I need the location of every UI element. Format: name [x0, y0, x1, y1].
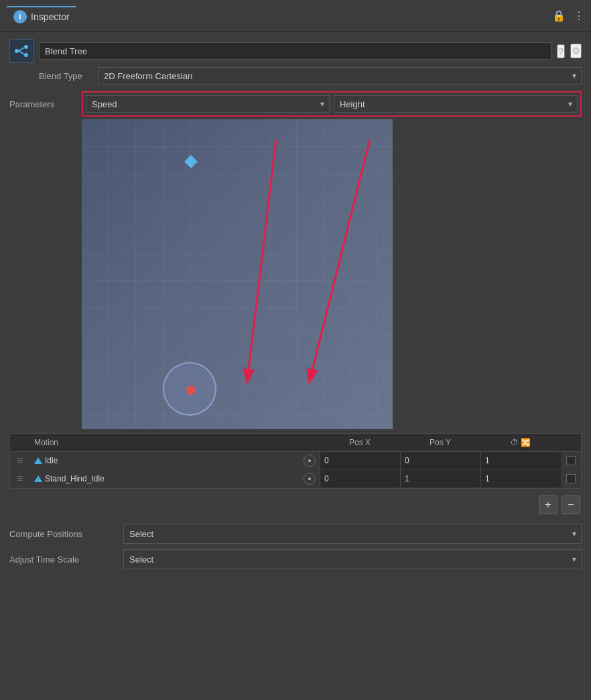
- settings-button[interactable]: ⚙: [570, 44, 582, 58]
- current-point: [186, 386, 196, 395]
- header-posx: Pos X: [320, 436, 400, 449]
- adjust-time-scale-label: Adjust Time Scale: [9, 555, 117, 565]
- header-drag: [10, 436, 30, 449]
- svg-line-4: [19, 51, 24, 54]
- diamond-point: [184, 155, 198, 168]
- pos-x-input-2[interactable]: [320, 470, 400, 487]
- pos-y-input-1[interactable]: [400, 452, 480, 469]
- blend-canvas[interactable]: [82, 119, 393, 429]
- compute-positions-select[interactable]: Select Velocity XZ Speed And Angular Spe…: [123, 524, 582, 544]
- mirror-icon: 🔀: [521, 438, 531, 447]
- table-row: ≡ Stand_Hind_Idle ●: [10, 470, 581, 488]
- motion-name-text-2: Stand_Hind_Idle: [45, 474, 105, 483]
- pos-y-input-2[interactable]: [400, 470, 480, 487]
- blend-type-select-wrapper: 2D Freeform Cartesian 2D Simple Directio…: [98, 67, 582, 84]
- motion-name-1: Idle ●: [30, 452, 320, 469]
- drag-handle-2[interactable]: ≡: [10, 470, 30, 487]
- checkbox-1[interactable]: [566, 456, 576, 465]
- blend-type-label: Blend Type: [39, 71, 92, 81]
- parameters-label: Parameters: [9, 99, 76, 109]
- motion-table-header: Motion Pos X Pos Y ⏱ 🔀: [10, 434, 581, 452]
- blend-tree-row: ? ⚙: [9, 39, 582, 63]
- svg-line-6: [247, 139, 276, 381]
- param2-select[interactable]: Height Speed VelX VelZ: [334, 95, 578, 113]
- weight-input-1[interactable]: [480, 452, 561, 469]
- adjust-time-scale-select[interactable]: Select Homogeneous Speed: [123, 549, 582, 569]
- blend-tree-name-input[interactable]: [39, 42, 551, 60]
- remove-button[interactable]: −: [562, 495, 580, 514]
- compute-positions-row: Compute Positions Select Velocity XZ Spe…: [9, 524, 582, 544]
- header-icons: ⏱ 🔀: [480, 436, 561, 449]
- menu-button[interactable]: ⋮: [574, 9, 584, 22]
- param-dropdowns-container: Speed Height VelX VelZ Height Speed VelX…: [82, 91, 582, 117]
- blend-canvas-container: [9, 119, 582, 429]
- svg-point-1: [24, 45, 28, 49]
- inspector-title: Inspector: [31, 11, 70, 22]
- blend-type-row: Blend Type 2D Freeform Cartesian 2D Simp…: [39, 67, 582, 84]
- help-button[interactable]: ?: [557, 44, 565, 58]
- add-button[interactable]: +: [539, 495, 557, 514]
- pos-x-input-1[interactable]: [320, 452, 400, 469]
- svg-point-0: [15, 49, 19, 53]
- info-icon: i: [13, 10, 27, 23]
- time-icon: ⏱: [511, 438, 519, 447]
- motion-name-text-1: Idle: [45, 456, 58, 465]
- table-row: ≡ Idle ●: [10, 452, 581, 470]
- motion-name-2: Stand_Hind_Idle ●: [30, 470, 320, 487]
- drag-handle-1[interactable]: ≡: [10, 452, 30, 469]
- adjust-time-scale-select-wrapper: Select Homogeneous Speed: [123, 549, 582, 569]
- eye-btn-1[interactable]: ●: [304, 455, 316, 467]
- add-remove-row: + −: [9, 495, 582, 514]
- header-motion: Motion: [30, 436, 320, 449]
- svg-line-3: [19, 48, 24, 51]
- compute-positions-label: Compute Positions: [9, 529, 117, 539]
- param1-select-wrapper: Speed Height VelX VelZ: [86, 95, 330, 113]
- weight-input-2[interactable]: [480, 470, 561, 487]
- param2-select-wrapper: Height Speed VelX VelZ: [334, 95, 578, 113]
- blend-icon: [9, 39, 34, 63]
- arrows-svg: [82, 119, 393, 429]
- title-bar: i Inspector 🔒 ⋮: [0, 0, 591, 32]
- param1-select[interactable]: Speed Height VelX VelZ: [86, 95, 330, 113]
- header-check: [561, 436, 581, 449]
- header-posy: Pos Y: [400, 436, 480, 449]
- blend-type-select[interactable]: 2D Freeform Cartesian 2D Simple Directio…: [98, 67, 582, 84]
- adjust-time-scale-row: Adjust Time Scale Select Homogeneous Spe…: [9, 549, 582, 569]
- svg-line-7: [310, 139, 370, 381]
- motion-triangle-2: [34, 475, 42, 482]
- motion-table: Motion Pos X Pos Y ⏱ 🔀 ≡ Idle ● ≡: [9, 433, 582, 489]
- parameters-row: Parameters Speed Height VelX VelZ Height…: [9, 91, 582, 117]
- title-bar-right: 🔒 ⋮: [552, 9, 584, 22]
- inspector-content: ? ⚙ Blend Type 2D Freeform Cartesian 2D …: [0, 32, 591, 581]
- motion-triangle-1: [34, 457, 42, 464]
- compute-positions-select-wrapper: Select Velocity XZ Speed And Angular Spe…: [123, 524, 582, 544]
- checkbox-2[interactable]: [566, 474, 576, 483]
- svg-point-2: [24, 53, 28, 57]
- eye-btn-2[interactable]: ●: [304, 473, 316, 485]
- inspector-tab[interactable]: i Inspector: [7, 6, 76, 26]
- lock-button[interactable]: 🔒: [552, 9, 566, 22]
